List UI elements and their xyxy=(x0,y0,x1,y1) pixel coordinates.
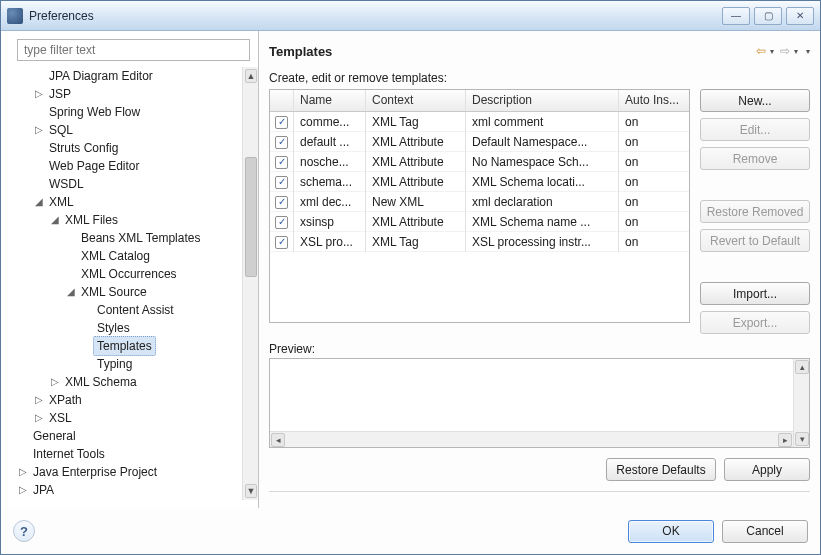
tree-item[interactable]: Spring Web Flow xyxy=(33,103,238,121)
tree-scrollbar[interactable]: ▲ ▼ xyxy=(242,67,258,500)
expand-icon[interactable]: ▷ xyxy=(49,373,61,391)
tree-item[interactable]: ▷Java Enterprise Project xyxy=(17,463,238,481)
row-checkbox-cell: ✓ xyxy=(270,151,294,172)
expand-icon[interactable]: ▷ xyxy=(17,481,29,499)
row-checkbox-cell: ✓ xyxy=(270,191,294,212)
tree-item[interactable]: JPA Diagram Editor xyxy=(33,67,238,85)
tree-item[interactable]: ▷XML Schema xyxy=(49,373,238,391)
tree-item[interactable]: ▷JSP xyxy=(33,85,238,103)
help-icon[interactable]: ? xyxy=(13,520,35,542)
scroll-up-icon[interactable]: ▲ xyxy=(245,69,257,83)
col-description-header[interactable]: Description xyxy=(466,90,619,111)
tree-item[interactable]: ◢XML Files xyxy=(49,211,238,229)
tree-item-label: JPA xyxy=(29,480,58,500)
hscroll-left-icon[interactable]: ◂ xyxy=(271,433,285,447)
col-autoinsert-header[interactable]: Auto Ins... xyxy=(619,90,689,111)
tree-item-label: SQL xyxy=(45,120,77,140)
row-checkbox-cell: ✓ xyxy=(270,231,294,252)
new-button[interactable]: New... xyxy=(700,89,810,112)
row-checkbox[interactable]: ✓ xyxy=(275,196,288,209)
table-row[interactable]: ✓xsinspXML AttributeXML Schema name ...o… xyxy=(270,212,689,232)
export-button[interactable]: Export... xyxy=(700,311,810,334)
tree-item[interactable]: XML Catalog xyxy=(65,247,238,265)
expand-icon[interactable]: ▷ xyxy=(33,121,45,139)
tree-item[interactable]: ▷XSL xyxy=(33,409,238,427)
row-checkbox[interactable]: ✓ xyxy=(275,116,288,129)
expand-icon[interactable]: ▷ xyxy=(33,85,45,103)
tree-item-label: XSL xyxy=(45,408,76,428)
col-name-header[interactable]: Name xyxy=(294,90,366,111)
tree-item[interactable]: Typing xyxy=(81,355,238,373)
preview-vscrollbar[interactable]: ▴ ▾ xyxy=(793,359,809,447)
tree-item[interactable]: Struts Config xyxy=(33,139,238,157)
col-context-header[interactable]: Context xyxy=(366,90,466,111)
tree-item[interactable]: ▷XPath xyxy=(33,391,238,409)
view-menu-caret-icon[interactable]: ▾ xyxy=(806,47,810,56)
revert-default-button[interactable]: Revert to Default xyxy=(700,229,810,252)
tree-item[interactable]: ◢XML Source xyxy=(65,283,238,301)
ok-button[interactable]: OK xyxy=(628,520,714,543)
expand-icon[interactable]: ▷ xyxy=(17,463,29,481)
row-checkbox[interactable]: ✓ xyxy=(275,136,288,149)
back-icon[interactable]: ⇦ xyxy=(752,43,770,59)
maximize-button[interactable]: ▢ xyxy=(754,7,782,25)
lower-buttons: Restore Defaults Apply xyxy=(269,448,810,492)
tree-item[interactable]: Templates xyxy=(81,337,238,355)
row-checkbox[interactable]: ✓ xyxy=(275,176,288,189)
forward-icon[interactable]: ⇨ xyxy=(776,43,794,59)
tree-item[interactable]: Internet Tools xyxy=(17,445,238,463)
tree-item-label: Styles xyxy=(93,318,134,338)
restore-removed-button[interactable]: Restore Removed xyxy=(700,200,810,223)
scroll-thumb[interactable] xyxy=(245,157,257,277)
expand-icon[interactable]: ◢ xyxy=(49,211,61,229)
tree-item[interactable]: Styles xyxy=(81,319,238,337)
expand-icon[interactable]: ◢ xyxy=(65,283,77,301)
row-context: XML Tag xyxy=(366,112,466,132)
table-row[interactable]: ✓XSL pro...XML TagXSL processing instr..… xyxy=(270,232,689,252)
row-checkbox[interactable]: ✓ xyxy=(275,236,288,249)
tree-item[interactable]: XML Occurrences xyxy=(65,265,238,283)
remove-button[interactable]: Remove xyxy=(700,147,810,170)
table-row[interactable]: ✓comme...XML Tagxml commenton xyxy=(270,112,689,132)
scroll-down-icon[interactable]: ▼ xyxy=(245,484,257,498)
back-menu-caret-icon[interactable]: ▾ xyxy=(770,47,774,56)
tree-item[interactable]: Content Assist xyxy=(81,301,238,319)
tree-item[interactable]: WSDL xyxy=(33,175,238,193)
tree-item-label: Content Assist xyxy=(93,300,178,320)
tree-item-label: XML Files xyxy=(61,210,122,230)
table-row[interactable]: ✓nosche...XML AttributeNo Namespace Sch.… xyxy=(270,152,689,172)
tree-item-label: Templates xyxy=(93,336,156,356)
row-context: XML Attribute xyxy=(366,172,466,192)
expand-icon[interactable]: ▷ xyxy=(33,391,45,409)
close-button[interactable]: ✕ xyxy=(786,7,814,25)
hscroll-right-icon[interactable]: ▸ xyxy=(778,433,792,447)
row-checkbox[interactable]: ✓ xyxy=(275,156,288,169)
table-row[interactable]: ✓xml dec...New XMLxml declarationon xyxy=(270,192,689,212)
vscroll-up-icon[interactable]: ▴ xyxy=(795,360,809,374)
minimize-button[interactable]: — xyxy=(722,7,750,25)
tree-item-label: Typing xyxy=(93,354,136,374)
tree-item[interactable]: ▷JPA xyxy=(17,481,238,499)
restore-defaults-button[interactable]: Restore Defaults xyxy=(606,458,716,481)
cancel-button[interactable]: Cancel xyxy=(722,520,808,543)
table-row[interactable]: ✓default ...XML AttributeDefault Namespa… xyxy=(270,132,689,152)
tree-item[interactable]: ◢XML xyxy=(33,193,238,211)
expand-icon[interactable]: ◢ xyxy=(33,193,45,211)
vscroll-down-icon[interactable]: ▾ xyxy=(795,432,809,446)
expand-icon[interactable]: ▷ xyxy=(33,409,45,427)
preview-hscrollbar[interactable]: ◂ ▸ xyxy=(270,431,793,447)
forward-menu-caret-icon[interactable]: ▾ xyxy=(794,47,798,56)
filter-input[interactable] xyxy=(17,39,250,61)
templates-table[interactable]: Name Context Description Auto Ins... ✓co… xyxy=(269,89,690,323)
preference-tree[interactable]: JPA Diagram Editor▷JSPSpring Web Flow▷SQ… xyxy=(9,67,242,500)
edit-button[interactable]: Edit... xyxy=(700,118,810,141)
row-description: XML Schema name ... xyxy=(466,212,619,232)
tree-item[interactable]: ▷SQL xyxy=(33,121,238,139)
tree-item[interactable]: Web Page Editor xyxy=(33,157,238,175)
tree-item[interactable]: General xyxy=(17,427,238,445)
row-checkbox[interactable]: ✓ xyxy=(275,216,288,229)
table-row[interactable]: ✓schema...XML AttributeXML Schema locati… xyxy=(270,172,689,192)
import-button[interactable]: Import... xyxy=(700,282,810,305)
apply-button[interactable]: Apply xyxy=(724,458,810,481)
tree-item[interactable]: Beans XML Templates xyxy=(65,229,238,247)
